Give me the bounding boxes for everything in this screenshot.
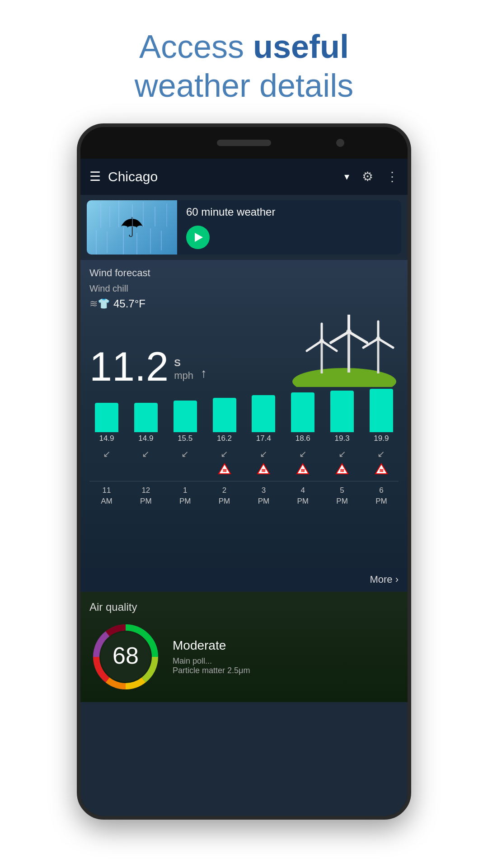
wind-arrows-row: ↙ ↙ ↙ ↙ ↙ ↙ ↙ ↙ [89, 447, 399, 461]
header-line1: Access useful [139, 28, 349, 65]
wind-dir-1: ↙ [131, 448, 161, 459]
gear-icon[interactable]: ⚙ [362, 169, 373, 184]
svg-line-5 [307, 341, 322, 351]
wind-warning-icon-3: ≋ [296, 463, 310, 475]
phone-speaker [217, 140, 271, 146]
wind-bar-col-7: 19.9 [366, 389, 397, 443]
svg-text:≋: ≋ [300, 467, 305, 474]
warning-7: ≋ [366, 463, 397, 477]
wind-bar-value-1: 14.9 [138, 434, 153, 443]
wind-dir-0: ↙ [91, 448, 122, 459]
wind-bar-4 [252, 395, 275, 432]
warning-4: ≋ [248, 463, 279, 477]
wind-bar-col-2: 15.5 [170, 401, 201, 443]
wind-chill-row: Wind chill ≋👕 45.7°F [89, 283, 399, 310]
warning-5: ≋ [287, 463, 318, 477]
hamburger-icon[interactable]: ☰ [89, 169, 101, 184]
wind-direction-arrow-icon: ↑ [201, 366, 207, 381]
dropdown-arrow-icon[interactable]: ▾ [344, 171, 349, 183]
wind-bar-col-4: 17.4 [248, 395, 279, 443]
wind-speed-unit: S mph [174, 357, 193, 382]
wind-direction-label: S [174, 357, 193, 369]
play-button[interactable] [186, 226, 210, 249]
wind-bar-col-3: 16.2 [209, 398, 240, 443]
phone-screen: ☰ Chicago ▾ ⚙ ⋮ [80, 159, 408, 816]
wind-warning-icon-5: ≋ [375, 463, 388, 475]
time-label-4: 3PM [248, 485, 279, 507]
rain-animation [87, 200, 177, 255]
wind-dir-6: ↙ [327, 448, 357, 459]
warning-1: ⚠ [131, 463, 161, 477]
wind-bar-3 [213, 398, 236, 432]
wind-bar-6 [330, 391, 354, 432]
aq-level: Moderate [173, 638, 399, 653]
wind-chill-temp: 45.7°F [113, 297, 145, 310]
app-header: ☰ Chicago ▾ ⚙ ⋮ [80, 159, 408, 195]
more-button[interactable]: More › [370, 574, 399, 585]
air-quality-title: Air quality [89, 601, 399, 613]
svg-line-4 [322, 341, 337, 351]
wind-unit-label: mph [174, 370, 193, 382]
wind-bar-value-4: 17.4 [256, 434, 271, 443]
wind-warning-icon-4: ≋ [335, 463, 349, 475]
video-thumbnail: ☂ [87, 200, 177, 255]
video-card: ☂ 60 minute weather [87, 200, 401, 255]
header-bold: useful [253, 28, 349, 65]
phone-frame: ☰ Chicago ▾ ⚙ ⋮ [77, 123, 411, 820]
warning-3: ≋ [209, 463, 240, 477]
wind-speed-number: 11.2 [89, 346, 169, 387]
air-quality-section: Air quality [80, 592, 408, 702]
svg-line-14 [378, 339, 393, 348]
aqi-gauge: 68 [89, 621, 162, 693]
wind-dir-3: ↙ [209, 448, 240, 459]
turbine-svg [290, 315, 399, 387]
warning-2: ⚠ [170, 463, 201, 477]
turbine-group [290, 315, 399, 387]
wind-chill-icon: ≋👕 [89, 298, 110, 310]
wind-bar-col-0: 14.9 [91, 403, 122, 443]
wind-forecast-label: Wind forecast [89, 267, 399, 279]
wind-bar-col-6: 19.3 [327, 391, 357, 443]
time-label-7: 6PM [366, 485, 397, 507]
wind-bar-2 [174, 401, 197, 432]
svg-text:≋: ≋ [222, 467, 227, 474]
wind-warning-icon: ≋ [218, 463, 231, 475]
aqi-gauge-svg: 68 [89, 621, 162, 693]
warning-0: ⚠ [91, 463, 122, 477]
video-title: 60 minute weather [186, 206, 392, 218]
wind-bar-5 [291, 392, 314, 432]
wind-main-row: 11.2 S mph ↑ [89, 315, 399, 387]
play-triangle-icon [195, 233, 203, 242]
phone-top-bar [80, 127, 408, 159]
wind-dir-5: ↙ [287, 448, 318, 459]
svg-line-9 [349, 332, 367, 343]
wind-bar-0 [95, 403, 118, 432]
phone-camera [336, 139, 344, 147]
video-info: 60 minute weather [177, 200, 401, 255]
wind-speed-block: 11.2 S mph ↑ [89, 346, 207, 387]
time-label-0: 11AM [91, 485, 122, 507]
time-label-5: 4PM [287, 485, 318, 507]
svg-text:68: 68 [113, 642, 139, 669]
header-line2: weather details [135, 67, 353, 104]
wind-bar-value-5: 18.6 [296, 434, 310, 443]
wind-bar-value-6: 19.3 [335, 434, 350, 443]
time-label-6: 5PM [327, 485, 357, 507]
wind-warning-icon-2: ≋ [257, 463, 270, 475]
wind-dir-7: ↙ [366, 448, 397, 459]
wind-bar-1 [134, 403, 158, 432]
wind-bar-col-5: 18.6 [287, 392, 318, 443]
wind-bar-value-7: 19.9 [374, 434, 389, 443]
time-label-1: 12PM [131, 485, 161, 507]
time-labels-row: 11AM 12PM 1PM 2PM 3PM 4PM 5PM 6PM [89, 481, 399, 507]
more-icon[interactable]: ⋮ [386, 169, 399, 184]
aq-content: 68 Moderate Main poll... Particle matter… [89, 621, 399, 693]
time-label-2: 1PM [170, 485, 201, 507]
more-btn-row: More › [80, 567, 408, 592]
svg-text:≋: ≋ [261, 467, 266, 474]
city-name[interactable]: Chicago [108, 169, 337, 184]
wind-bar-value-0: 14.9 [99, 434, 114, 443]
svg-point-0 [292, 368, 396, 387]
warning-6: ≋ [327, 463, 357, 477]
wind-bar-col-1: 14.9 [131, 403, 161, 443]
